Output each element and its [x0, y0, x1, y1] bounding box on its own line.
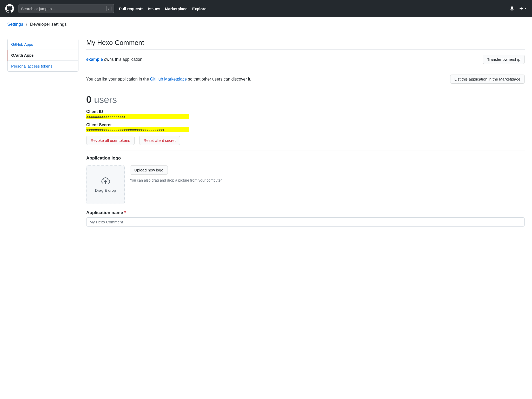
list-in-marketplace-button[interactable]: List this application in the Marketplace — [450, 75, 525, 84]
breadcrumb-separator: / — [26, 22, 27, 27]
client-id-label: Client ID — [86, 109, 525, 114]
nav-marketplace[interactable]: Marketplace — [165, 6, 188, 11]
create-new-dropdown[interactable] — [519, 6, 527, 11]
transfer-ownership-button[interactable]: Transfer ownership — [483, 55, 525, 64]
nav-explore[interactable]: Explore — [192, 6, 207, 11]
nav-issues[interactable]: Issues — [148, 6, 160, 11]
sidebar-item-personal-access-tokens[interactable]: Personal access tokens — [8, 61, 78, 71]
notifications-icon[interactable] — [510, 6, 514, 11]
revoke-tokens-button[interactable]: Revoke all user tokens — [86, 136, 135, 145]
search-placeholder: Search or jump to... — [21, 6, 55, 11]
search-input[interactable]: Search or jump to... / — [18, 4, 114, 13]
app-logo-heading: Application logo — [86, 156, 525, 161]
users-count: 0 users — [86, 94, 525, 105]
github-logo[interactable] — [5, 4, 14, 13]
cloud-upload-icon — [100, 177, 111, 186]
breadcrumb-settings[interactable]: Settings — [7, 22, 23, 27]
upload-logo-button[interactable]: Upload new logo — [130, 165, 168, 175]
primary-nav: Pull requests Issues Marketplace Explore — [119, 6, 207, 11]
breadcrumb: Settings / Developer settings — [0, 17, 532, 32]
main-content: My Hexo Comment example owns this applic… — [86, 39, 525, 232]
page-title: My Hexo Comment — [86, 39, 525, 47]
breadcrumb-current: Developer settings — [30, 22, 67, 27]
marketplace-text: You can list your application in the Git… — [86, 77, 446, 82]
nav-pull-requests[interactable]: Pull requests — [119, 6, 143, 11]
upload-hint: You can also drag and drop a picture fro… — [130, 178, 223, 182]
reset-secret-button[interactable]: Reset client secret — [139, 136, 180, 145]
global-header: Search or jump to... / Pull requests Iss… — [0, 0, 532, 17]
app-name-label: Application name * — [86, 210, 525, 215]
owner-text: example owns this application. — [86, 57, 144, 62]
client-id-value: xxxxxxxxxxxxxxxxxxxx — [86, 114, 189, 119]
settings-menu: GitHub Apps OAuth Apps Personal access t… — [7, 39, 78, 72]
logo-dropzone[interactable]: Drag & drop — [86, 165, 125, 204]
sidebar-item-github-apps[interactable]: GitHub Apps — [8, 39, 78, 50]
slash-key-hint: / — [106, 6, 111, 11]
owner-link[interactable]: example — [86, 57, 103, 62]
marketplace-link[interactable]: GitHub Marketplace — [150, 77, 187, 81]
client-secret-value: xxxxxxxxxxxxxxxxxxxxxxxxxxxxxxxxxxxxxxxx — [86, 127, 189, 132]
client-secret-label: Client Secret — [86, 123, 525, 127]
sidebar: GitHub Apps OAuth Apps Personal access t… — [7, 39, 78, 232]
app-name-input[interactable] — [86, 217, 525, 227]
dropzone-label: Drag & drop — [95, 188, 116, 192]
sidebar-item-oauth-apps[interactable]: OAuth Apps — [8, 50, 78, 61]
